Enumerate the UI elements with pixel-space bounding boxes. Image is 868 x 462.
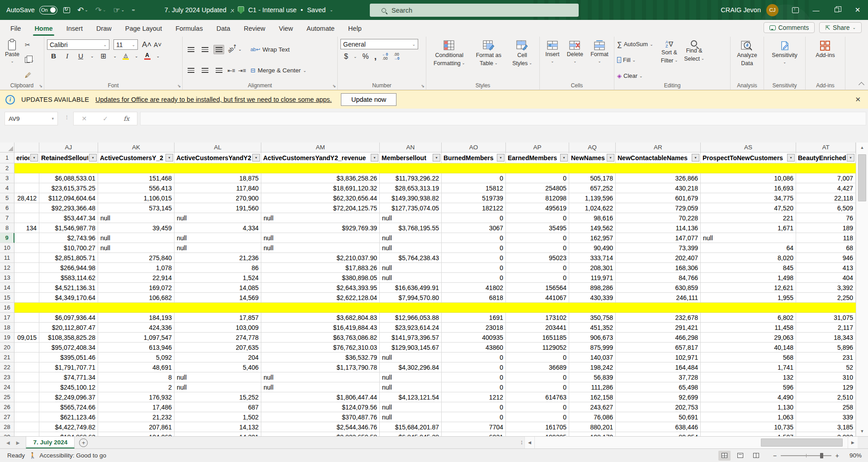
cell[interactable]: 845 xyxy=(701,263,796,273)
cell[interactable]: 6,509 xyxy=(796,203,856,213)
cell[interactable] xyxy=(14,412,39,422)
cell[interactable]: $12,966,053.88 xyxy=(380,313,442,323)
cell[interactable]: 1,078 xyxy=(98,263,175,273)
cell[interactable]: 0 xyxy=(506,402,569,412)
cell[interactable]: 0 xyxy=(506,273,569,283)
row-header[interactable]: 20 xyxy=(0,343,14,352)
cell[interactable]: 1129052 xyxy=(506,343,569,352)
cell[interactable]: $7,994,570.80 xyxy=(380,293,442,303)
filter-dropdown-icon[interactable]: ▾ xyxy=(607,154,614,162)
cell[interactable] xyxy=(261,303,380,313)
cell[interactable] xyxy=(14,303,39,313)
row-header[interactable]: 29 xyxy=(0,432,14,436)
cell[interactable]: 140,037 xyxy=(569,352,616,362)
tab-automate[interactable]: Automate xyxy=(300,20,341,37)
cell[interactable]: 34,775 xyxy=(701,193,796,203)
cell[interactable]: 1,498 xyxy=(701,273,796,283)
cell[interactable]: 333,714 xyxy=(569,253,616,263)
cell[interactable] xyxy=(14,283,39,293)
row-header[interactable]: 9 xyxy=(0,233,14,243)
underline-button[interactable]: U xyxy=(77,52,85,60)
cell[interactable]: $395,051.46 xyxy=(39,352,98,362)
cell[interactable]: 2,250 xyxy=(796,293,856,303)
cell[interactable]: 21,232 xyxy=(98,412,175,422)
cell[interactable]: null xyxy=(380,412,442,422)
cell[interactable]: 104,060 xyxy=(98,432,175,436)
page-layout-view-button[interactable] xyxy=(734,451,746,461)
cell[interactable]: 1,741 xyxy=(701,362,796,372)
cell[interactable]: 3,185 xyxy=(796,422,856,432)
cell[interactable]: 191,560 xyxy=(175,203,261,213)
cell[interactable] xyxy=(14,352,39,362)
cell[interactable]: null xyxy=(380,382,442,392)
cell[interactable]: 596 xyxy=(701,382,796,392)
cell[interactable]: 36689 xyxy=(506,362,569,372)
cell[interactable]: 207,861 xyxy=(98,422,175,432)
cell[interactable]: 15,252 xyxy=(175,392,261,402)
cell[interactable]: 0 xyxy=(506,263,569,273)
filter-dropdown-icon[interactable]: ▾ xyxy=(433,154,440,162)
cell[interactable]: $6,845,945.38 xyxy=(380,432,442,436)
cell[interactable]: 28,412 xyxy=(14,193,39,203)
font-size-select[interactable]: 11⌄ xyxy=(113,39,138,50)
cell[interactable]: 103,009 xyxy=(175,323,261,333)
cell[interactable]: 424,336 xyxy=(98,323,175,333)
fill-button[interactable]: ↓Fill⌄ xyxy=(617,56,653,64)
touch-mode-button[interactable]: ☞⌄ xyxy=(112,6,126,14)
cell[interactable]: 118 xyxy=(796,233,856,243)
cell[interactable]: 519739 xyxy=(442,193,506,203)
cell[interactable]: $16,419,884.43 xyxy=(261,323,380,333)
cell[interactable]: 246,111 xyxy=(616,293,701,303)
cell[interactable]: $929,769.39 xyxy=(261,223,380,233)
cell[interactable]: $2,823,650.58 xyxy=(261,432,380,436)
cell[interactable]: 573,145 xyxy=(98,203,175,213)
cell[interactable]: 1,507 xyxy=(701,432,796,436)
cell[interactable]: 39,459 xyxy=(98,223,175,233)
column-letter[interactable]: AO xyxy=(442,143,506,152)
cell[interactable]: 203441 xyxy=(506,323,569,333)
increase-decimal-button[interactable]: ←0.00 xyxy=(382,52,388,61)
column-header-cell[interactable]: ActiveCustomersY_2▾ xyxy=(98,152,175,163)
horizontal-scrollbar[interactable] xyxy=(534,437,848,448)
cell[interactable]: 98,616 xyxy=(569,213,616,223)
cell[interactable]: 21,236 xyxy=(175,253,261,263)
row-header[interactable]: 5 xyxy=(0,193,14,203)
cell[interactable]: 202,753 xyxy=(616,402,701,412)
column-header-cell[interactable]: NewContactableNames▾ xyxy=(616,152,701,163)
cell[interactable] xyxy=(569,163,616,173)
cell[interactable] xyxy=(14,313,39,323)
filter-dropdown-icon[interactable]: ▾ xyxy=(692,154,699,162)
cell[interactable]: 14,085 xyxy=(175,283,261,293)
zoom-in-button[interactable]: + xyxy=(835,452,839,459)
cell[interactable]: null xyxy=(380,352,442,362)
cell[interactable]: 270,900 xyxy=(175,193,261,203)
cell[interactable] xyxy=(14,253,39,263)
cell[interactable] xyxy=(14,233,39,243)
cell[interactable]: $23,923,614.24 xyxy=(380,323,442,333)
cell[interactable]: 8,020 xyxy=(701,253,796,263)
close-button[interactable]: ✕ xyxy=(847,0,868,20)
saved-status[interactable]: Saved xyxy=(307,6,326,14)
column-header-cell[interactable]: ActiveCustomersYandY2▾ xyxy=(175,152,261,163)
tab-file[interactable]: File xyxy=(4,20,28,37)
cell[interactable]: null xyxy=(175,243,261,253)
cell[interactable]: $2,851,805.71 xyxy=(39,253,98,263)
tab-home[interactable]: Home xyxy=(28,20,59,37)
cell[interactable] xyxy=(701,163,796,173)
row-header[interactable]: 8 xyxy=(0,223,14,233)
cell[interactable]: null xyxy=(261,382,380,392)
zoom-slider[interactable] xyxy=(781,455,831,456)
sheet-tab-active[interactable]: 7. July 2024 xyxy=(26,437,75,448)
cell[interactable]: 189 xyxy=(796,223,856,233)
cell[interactable]: 52 xyxy=(796,362,856,372)
row-header[interactable]: 19 xyxy=(0,333,14,343)
font-name-select[interactable]: Calibri⌄ xyxy=(47,39,109,50)
cell[interactable] xyxy=(14,203,39,213)
cell[interactable]: 204 xyxy=(175,352,261,362)
row-header[interactable]: 18 xyxy=(0,323,14,333)
cell[interactable]: 0 xyxy=(506,243,569,253)
cell[interactable]: 495619 xyxy=(506,203,569,213)
filter-dropdown-icon[interactable]: ▾ xyxy=(560,154,568,162)
cell[interactable]: 84,766 xyxy=(616,273,701,283)
find-select-button[interactable]: Find & Select⌄ xyxy=(682,39,706,81)
